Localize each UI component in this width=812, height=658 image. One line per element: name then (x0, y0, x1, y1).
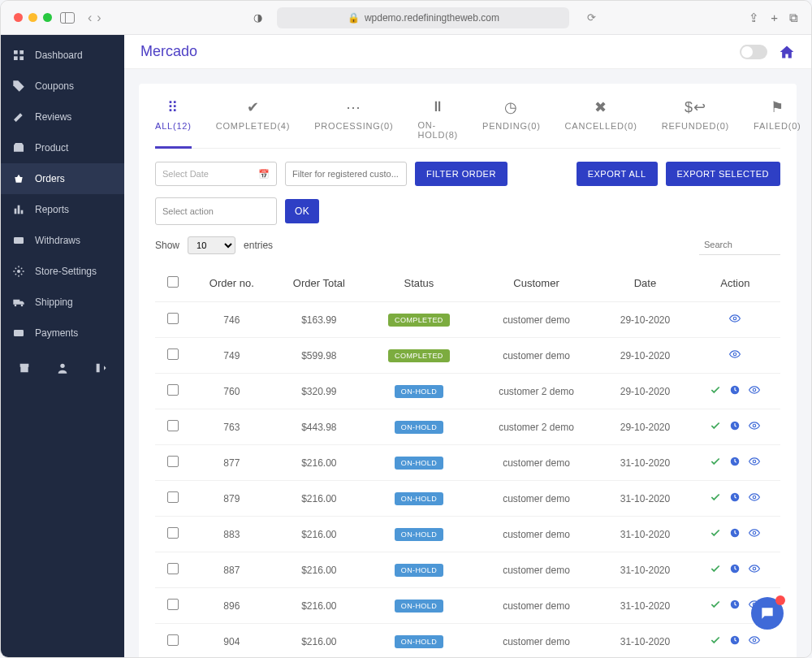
tabs-icon[interactable]: ⧉ (789, 11, 798, 25)
bulk-action-select[interactable]: Select action (155, 197, 277, 225)
export-all-button[interactable]: EXPORT ALL (577, 162, 658, 186)
view-icon[interactable] (749, 384, 760, 398)
sidebar-item-dashboard[interactable]: Dashboard (1, 40, 124, 71)
export-selected-button[interactable]: EXPORT SELECTED (666, 162, 780, 186)
home-icon[interactable] (779, 44, 795, 60)
sidebar-toggle-icon[interactable] (60, 12, 75, 24)
approve-icon[interactable] (710, 599, 721, 613)
store-icon[interactable] (18, 361, 31, 374)
th-order-total[interactable]: Order Total (273, 265, 365, 302)
view-icon[interactable] (729, 348, 741, 362)
tab-all[interactable]: ⠿ ALL(12) (155, 98, 192, 149)
approve-icon[interactable] (710, 527, 721, 541)
sidebar-item-withdraws[interactable]: Withdraws (1, 225, 124, 256)
view-icon[interactable] (749, 491, 760, 505)
theme-toggle[interactable] (740, 45, 767, 59)
sidebar-item-coupons[interactable]: Coupons (1, 71, 124, 102)
cell-order-no: 760 (191, 374, 273, 409)
approve-icon[interactable] (710, 634, 721, 648)
view-icon[interactable] (749, 527, 760, 541)
clock-icon[interactable] (729, 599, 741, 613)
th-order-no[interactable]: Order no. (191, 265, 273, 302)
tab-refunded[interactable]: $↩ REFUNDED(0) (662, 98, 729, 148)
approve-icon[interactable] (710, 491, 721, 505)
tab-completed[interactable]: ✔ COMPLETED(4) (216, 98, 291, 148)
row-checkbox[interactable] (167, 348, 179, 360)
select-all-checkbox[interactable] (167, 276, 179, 288)
approve-icon[interactable] (710, 384, 721, 398)
maximize-window[interactable] (43, 13, 52, 22)
th-date[interactable]: Date (600, 265, 689, 302)
clock-icon[interactable] (729, 491, 741, 505)
view-icon[interactable] (749, 634, 760, 648)
row-checkbox[interactable] (167, 384, 179, 396)
sidebar-item-reports[interactable]: Reports (1, 194, 124, 225)
clock-icon[interactable] (729, 420, 741, 434)
entries-select[interactable]: 10 (188, 236, 235, 254)
truck-icon (12, 296, 25, 309)
approve-icon[interactable] (710, 420, 721, 434)
clock-icon[interactable] (729, 384, 741, 398)
tab-label: ON-HOLD(8) (417, 120, 458, 140)
url-bar[interactable]: 🔒 wpdemo.redefiningtheweb.com (277, 7, 569, 28)
refresh-icon[interactable]: ⟳ (587, 11, 596, 24)
customer-filter-input[interactable] (285, 162, 407, 186)
row-checkbox[interactable] (167, 634, 179, 646)
th-status[interactable]: Status (365, 265, 473, 302)
sidebar-item-orders[interactable]: Orders (1, 163, 124, 194)
cell-date: 31-10-2020 (600, 445, 689, 481)
sidebar-item-payments[interactable]: Payments (1, 318, 124, 348)
row-checkbox[interactable] (167, 456, 179, 467)
minimize-window[interactable] (28, 13, 37, 22)
privacy-shield-icon[interactable]: ◑ (253, 11, 262, 24)
sidebar-item-shipping[interactable]: Shipping (1, 287, 124, 318)
tab-failed[interactable]: ⚑ FAILED(0) (754, 98, 801, 148)
ok-button[interactable]: OK (285, 199, 319, 223)
tab-processing[interactable]: ⋯ PROCESSING(0) (314, 98, 393, 148)
calendar-icon: 📅 (258, 169, 270, 180)
clock-icon[interactable] (729, 634, 741, 648)
view-icon[interactable] (749, 420, 760, 434)
sidebar-item-label: Dashboard (35, 50, 83, 61)
wallet-icon (12, 234, 25, 247)
tab-cancelled[interactable]: ✖ CANCELLED(0) (565, 98, 637, 148)
row-checkbox[interactable] (167, 313, 179, 324)
sidebar-item-label: Product (35, 142, 68, 154)
date-input[interactable]: Select Date 📅 (155, 162, 277, 186)
row-checkbox[interactable] (167, 420, 179, 431)
row-checkbox[interactable] (167, 563, 179, 574)
new-tab-icon[interactable]: + (771, 11, 778, 25)
th-customer[interactable]: Customer (473, 265, 600, 302)
sidebar-item-store-settings[interactable]: Store-Settings (1, 256, 124, 287)
sidebar-item-reviews[interactable]: Reviews (1, 102, 124, 132)
logout-icon[interactable] (94, 361, 107, 374)
filter-order-button[interactable]: FILTER ORDER (415, 162, 508, 186)
view-icon[interactable] (729, 313, 741, 327)
sidebar-item-product[interactable]: Product (1, 132, 124, 163)
user-icon[interactable] (56, 361, 69, 374)
row-checkbox[interactable] (167, 527, 179, 539)
svg-rect-1 (19, 50, 24, 54)
status-badge: ON-HOLD (395, 492, 443, 505)
close-window[interactable] (14, 13, 23, 22)
tab-on-hold[interactable]: ⏸ ON-HOLD(8) (417, 98, 458, 148)
back-button[interactable]: ‹ (88, 11, 92, 25)
share-icon[interactable]: ⇪ (749, 11, 759, 25)
forward-button[interactable]: › (97, 11, 101, 25)
check-circle-icon: ✔ (247, 98, 260, 116)
tab-pending[interactable]: ◷ PENDING(0) (482, 98, 541, 148)
approve-icon[interactable] (710, 563, 721, 577)
svg-point-28 (754, 567, 757, 570)
row-checkbox[interactable] (167, 491, 179, 503)
tab-label: COMPLETED(4) (216, 121, 291, 131)
table-search-input[interactable] (699, 235, 780, 255)
view-icon[interactable] (749, 563, 760, 577)
clock-icon[interactable] (729, 527, 741, 541)
view-icon[interactable] (749, 456, 760, 470)
clock-icon[interactable] (729, 456, 741, 470)
approve-icon[interactable] (710, 456, 721, 470)
clock-icon[interactable] (729, 563, 741, 577)
row-checkbox[interactable] (167, 599, 179, 610)
orders-table: Order no. Order Total Status Customer Da… (155, 265, 780, 657)
chat-widget[interactable] (751, 597, 784, 630)
